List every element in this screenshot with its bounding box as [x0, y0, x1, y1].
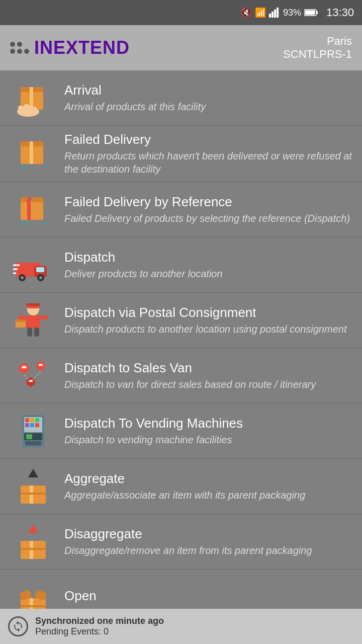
svg-rect-40	[26, 303, 40, 306]
logo-container: INEXTEND	[10, 37, 130, 58]
svg-text:→: →	[41, 162, 50, 172]
dispatch-text: Dispatch Deliver products to another loc…	[64, 250, 354, 280]
svg-rect-43	[40, 315, 48, 319]
arrival-icon	[8, 76, 58, 119]
svg-rect-74	[21, 493, 46, 495]
arrival-text: Arrival Arrival of products at this faci…	[64, 83, 354, 113]
battery-icon	[304, 9, 318, 17]
dispatch-sales-van-title: Dispatch to Sales Van	[64, 360, 354, 376]
dot-2	[17, 42, 22, 47]
svg-text:→: →	[41, 218, 50, 228]
svg-rect-45	[16, 319, 26, 322]
time: 13:30	[326, 6, 354, 19]
logo-text: INEXTEND	[34, 37, 130, 58]
bottom-text: Synchronized one minute ago Pending Even…	[35, 616, 164, 637]
dispatch-vending-title: Dispatch To Vending Machines	[64, 416, 354, 431]
aggregate-text: Aggregate Aggregate/associate an item wi…	[64, 471, 354, 502]
status-bar: 🔇 📶 93% 13:30	[0, 0, 362, 25]
header-info: Paris SCNTLPRS-1	[283, 35, 352, 61]
svg-rect-17	[21, 141, 31, 146]
svg-rect-0	[269, 14, 271, 18]
svg-rect-30	[36, 267, 44, 272]
dispatch-title: Dispatch	[64, 250, 354, 265]
dispatch-postal-desc: Dispatch products to another location us…	[64, 323, 354, 336]
arrival-desc: Arrival of products at this facility	[64, 100, 354, 113]
menu-item-dispatch[interactable]: Dispatch Deliver products to another loc…	[0, 237, 362, 293]
svg-rect-19	[30, 141, 33, 164]
header-city: Paris	[283, 35, 352, 48]
svg-rect-83	[21, 605, 46, 607]
svg-rect-15	[33, 107, 37, 114]
bluetooth-icon: 🔇	[241, 7, 252, 18]
svg-rect-1	[272, 12, 274, 18]
disaggregate-title: Disaggregate	[64, 526, 354, 542]
menu-item-failed-delivery[interactable]: ↑↑ → Failed Delivery Return products whi…	[0, 126, 362, 182]
svg-rect-3	[277, 8, 279, 18]
svg-rect-78	[21, 548, 46, 550]
svg-rect-62	[30, 418, 34, 422]
menu-item-failed-delivery-ref[interactable]: ↑↑ → Failed Delivery by Reference Failed…	[0, 182, 362, 237]
svg-rect-8	[21, 87, 31, 92]
failed-delivery-title: Failed Delivery	[64, 132, 354, 147]
sync-icon	[8, 616, 28, 636]
failed-delivery-text: Failed Delivery Return products which ha…	[64, 132, 354, 176]
svg-rect-24	[32, 197, 43, 202]
failed-delivery-ref-desc: Failed Delivery of products by selecting…	[64, 212, 354, 225]
battery-text: 93%	[283, 8, 301, 18]
dispatch-sales-van-text: Dispatch to Sales Van Dispatch to van fo…	[64, 360, 354, 391]
bottom-bar: Synchronized one minute ago Pending Even…	[0, 609, 362, 644]
svg-rect-18	[32, 141, 43, 146]
menu-item-disaggregate[interactable]: Disaggregate Disaggregate/remove an item…	[0, 514, 362, 570]
svg-rect-5	[316, 11, 318, 14]
dispatch-vending-desc: Dispatch to vending machine facilities	[64, 433, 354, 446]
dispatch-postal-title: Dispatch via Postal Consignment	[64, 305, 354, 320]
dispatch-sales-van-icon	[8, 354, 58, 397]
wifi-icon: 📶	[255, 7, 266, 18]
dispatch-vending-text: Dispatch To Vending Machines Dispatch to…	[64, 416, 354, 446]
aggregate-icon	[8, 465, 58, 508]
menu-item-aggregate[interactable]: Aggregate Aggregate/associate an item wi…	[0, 459, 362, 514]
svg-line-58	[31, 372, 41, 382]
dot-5	[17, 49, 22, 54]
menu-item-dispatch-vending[interactable]: Dispatch To Vending Machines Dispatch to…	[0, 404, 362, 459]
header-id: SCNTLPRS-1	[283, 48, 352, 61]
dispatch-postal-icon	[8, 299, 58, 342]
svg-text:↑↑: ↑↑	[19, 216, 30, 228]
svg-point-34	[39, 276, 42, 279]
dot-1	[10, 42, 15, 47]
svg-rect-65	[30, 423, 34, 427]
dispatch-desc: Deliver products to another location	[64, 267, 354, 280]
open-title: Open	[64, 588, 354, 604]
dispatch-vending-icon	[8, 410, 58, 452]
aggregate-desc: Aggregate/associate an item with its par…	[64, 489, 354, 502]
dot-4	[10, 49, 15, 54]
dispatch-postal-text: Dispatch via Postal Consignment Dispatch…	[64, 305, 354, 336]
svg-rect-41	[26, 315, 40, 328]
svg-text:↑↑: ↑↑	[19, 160, 30, 173]
disaggregate-icon	[8, 520, 58, 563]
failed-delivery-ref-text: Failed Delivery by Reference Failed Deli…	[64, 194, 354, 225]
signal-icon	[269, 8, 280, 18]
failed-delivery-desc: Return products which haven't been deliv…	[64, 149, 354, 176]
menu-item-arrival[interactable]: Arrival Arrival of products at this faci…	[0, 70, 362, 126]
svg-rect-13	[24, 104, 29, 114]
menu-item-dispatch-postal[interactable]: Dispatch via Postal Consignment Dispatch…	[0, 293, 362, 348]
pending-text: Pending Events: 0	[35, 626, 164, 637]
dot-3	[24, 42, 29, 47]
disaggregate-text: Disaggregate Disaggregate/remove an item…	[64, 526, 354, 557]
svg-rect-68	[25, 441, 41, 445]
logo-dots	[10, 42, 29, 54]
dot-6	[24, 49, 29, 54]
svg-rect-14	[29, 105, 33, 114]
svg-rect-46	[27, 328, 32, 337]
svg-rect-63	[35, 418, 39, 422]
menu-item-dispatch-sales-van[interactable]: Dispatch to Sales Van Dispatch to van fo…	[0, 348, 362, 404]
app-header: INEXTEND Paris SCNTLPRS-1	[0, 25, 362, 70]
svg-rect-70	[26, 434, 32, 439]
svg-rect-66	[35, 423, 39, 427]
svg-rect-64	[25, 423, 29, 427]
svg-rect-2	[274, 10, 276, 18]
svg-point-32	[21, 276, 24, 279]
aggregate-title: Aggregate	[64, 471, 354, 487]
disaggregate-desc: Disaggregate/remove an item from its par…	[64, 544, 354, 557]
